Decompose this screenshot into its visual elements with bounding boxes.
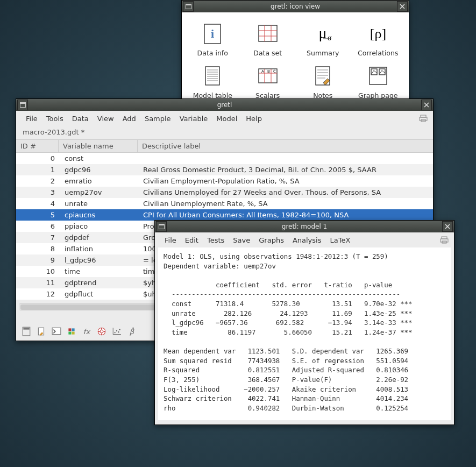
model-menu-save[interactable]: Save (229, 235, 254, 246)
calculator-icon[interactable] (22, 327, 31, 336)
window-title: gretl (28, 101, 421, 109)
cell-label: CPI for All Urban Consumers: All Items, … (139, 209, 433, 221)
table-row[interactable]: 5cpiaucnsCPI for All Urban Consumers: Al… (16, 209, 433, 221)
icon-label: Data info (197, 49, 228, 57)
col-name[interactable]: Variable name (59, 140, 138, 152)
notes-icon (311, 65, 334, 87)
icon-label: Data set (253, 49, 282, 57)
table-row[interactable]: 0const (16, 153, 433, 164)
main-menu-model[interactable]: Model (212, 113, 241, 124)
table-row[interactable]: 4unrateCivilian Unemployment Rate, %, SA (16, 198, 433, 209)
cell-id: 10 (16, 266, 60, 277)
svg-rect-13 (370, 67, 387, 84)
icon-modeltable[interactable]: Model table (185, 61, 240, 104)
beta-icon[interactable]: β̂ (127, 327, 137, 336)
close-icon[interactable] (421, 100, 432, 110)
svg-text:[ρ]: [ρ] (370, 26, 386, 41)
icon-dataset[interactable]: Data set (240, 19, 296, 61)
svg-point-32 (119, 329, 120, 330)
cell-id: 9 (16, 254, 60, 266)
main-menu-view[interactable]: View (93, 113, 118, 124)
main-menu-variable[interactable]: Variable (175, 113, 212, 124)
print-icon[interactable] (419, 114, 428, 123)
svg-text:B: B (267, 69, 270, 74)
table-row[interactable]: 2emratioCivilian Employment-Population R… (16, 175, 433, 187)
fx-icon[interactable]: fx (82, 327, 91, 336)
close-icon[interactable] (442, 221, 453, 232)
window-menu-icon[interactable] (183, 1, 194, 12)
model-window: gretl: model 1 FileEditTestsSaveGraphsAn… (154, 220, 454, 425)
cell-name: emratio (60, 175, 139, 187)
icon-correlations[interactable]: [ρ] Correlations (351, 19, 406, 61)
table-row[interactable]: 1gdpc96Real Gross Domestic Product, 3 De… (16, 164, 433, 175)
cell-id: 6 (16, 221, 60, 232)
cell-label: Real Gross Domestic Product, 3 Decimal, … (139, 164, 433, 175)
col-id[interactable]: ID # (16, 140, 59, 152)
cell-id: 5 (16, 209, 60, 221)
cell-name: gdpdef (60, 232, 139, 243)
svg-text:A: A (261, 69, 264, 74)
icon-summary[interactable]: μσ Summary (295, 19, 351, 61)
db-icon[interactable] (67, 327, 76, 336)
svg-rect-17 (420, 117, 427, 121)
menubar: FileToolsDataViewAddSampleVariableModelH… (16, 111, 433, 126)
icon-notes[interactable]: Notes (295, 61, 351, 104)
main-menu-help[interactable]: Help (241, 113, 266, 124)
cell-name: const (60, 153, 139, 164)
console-icon[interactable] (52, 327, 61, 336)
svg-text:i: i (211, 27, 214, 40)
cell-label (139, 153, 433, 164)
model-menu-graphs[interactable]: Graphs (254, 235, 288, 246)
model-menu-file[interactable]: File (160, 235, 181, 246)
summary-icon: μσ (311, 22, 334, 45)
close-icon[interactable] (397, 1, 408, 12)
main-menu-sample[interactable]: Sample (140, 113, 175, 124)
plot-icon[interactable] (112, 327, 122, 336)
cell-id: 4 (16, 198, 60, 209)
edit-icon[interactable] (37, 327, 46, 336)
svg-text:σ: σ (328, 34, 332, 42)
main-menu-add[interactable]: Add (118, 113, 140, 124)
cell-id: 3 (16, 187, 60, 198)
svg-rect-22 (52, 328, 61, 334)
svg-point-28 (100, 330, 103, 332)
main-menu-data[interactable]: Data (68, 113, 93, 124)
cell-id: 8 (16, 243, 60, 254)
model-menu-tests[interactable]: Tests (203, 235, 229, 246)
svg-point-29 (115, 332, 116, 333)
cell-id: 1 (16, 164, 60, 175)
titlebar[interactable]: gretl: model 1 (155, 221, 454, 232)
model-menu-latex[interactable]: LaTeX (325, 235, 354, 246)
window-menu-icon[interactable] (17, 100, 28, 110)
cell-id: 12 (16, 288, 60, 300)
svg-rect-16 (421, 115, 426, 117)
icon-view-window: gretl: icon view i Data info Data setμσ … (181, 0, 409, 110)
svg-rect-33 (442, 237, 447, 239)
svg-text:C: C (273, 69, 276, 74)
print-icon[interactable] (440, 236, 449, 244)
model-output[interactable]: Model 1: OLS, using observations 1948:1-… (158, 247, 451, 420)
main-menu-file[interactable]: File (22, 113, 42, 124)
window-menu-icon[interactable] (156, 221, 167, 232)
table-row[interactable]: 3uemp27ovCivilians Unemployed for 27 Wee… (16, 187, 433, 198)
cell-id: 2 (16, 175, 60, 187)
graphpage-icon (367, 65, 389, 87)
icon-graphpage[interactable]: Graph page (351, 61, 406, 104)
titlebar[interactable]: gretl: icon view (182, 1, 409, 12)
icon-label: Summary (307, 49, 339, 57)
cell-name: gdpc96 (60, 164, 139, 175)
window-title: gretl: model 1 (167, 223, 442, 230)
titlebar[interactable]: gretl (16, 99, 433, 111)
cell-name: inflation (60, 243, 139, 254)
icon-scalars[interactable]: ABC Scalars (240, 61, 296, 104)
window-title: gretl: icon view (194, 3, 397, 10)
col-label[interactable]: Descriptive label (138, 140, 433, 152)
main-menu-tools[interactable]: Tools (42, 113, 68, 124)
model-menu-analysis[interactable]: Analysis (288, 235, 326, 246)
cell-name: uemp27ov (60, 187, 139, 198)
model-menu-edit[interactable]: Edit (181, 235, 203, 246)
filename-label: macro-2013.gdt * (16, 126, 433, 139)
help-icon[interactable] (97, 327, 106, 336)
icon-info[interactable]: i Data info (185, 19, 240, 61)
cell-id: 0 (16, 153, 60, 164)
